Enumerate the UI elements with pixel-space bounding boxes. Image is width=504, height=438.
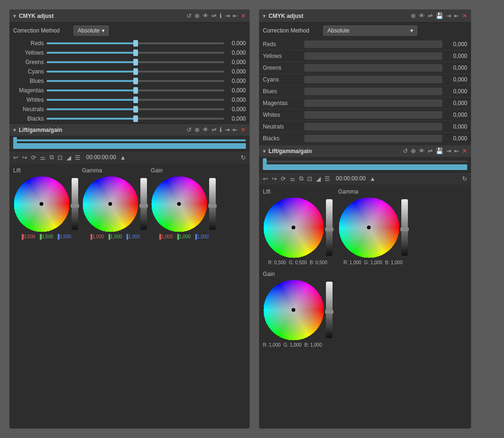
- slider-track-container[interactable]: [47, 107, 224, 111]
- lgg-info-icon[interactable]: ℹ: [219, 126, 222, 133]
- right-copy-icon[interactable]: ⧉: [299, 175, 303, 182]
- right-time-up-icon[interactable]: ▲: [369, 175, 375, 182]
- gain-vertical-slider[interactable]: [209, 178, 216, 230]
- collapse-right-icon[interactable]: ⇤: [233, 12, 238, 19]
- table-row-bar[interactable]: [304, 64, 442, 72]
- redo-icon[interactable]: ↪: [22, 154, 27, 161]
- right-lgg-collapse-icon[interactable]: ⇤: [454, 147, 459, 154]
- gain-color-wheel[interactable]: [151, 176, 207, 232]
- lift-gamma-title: Lift/gamma/gain: [19, 127, 184, 133]
- lgg-zoom-icon[interactable]: ⊕: [195, 126, 200, 133]
- slider-track-container[interactable]: [47, 117, 224, 121]
- right-eye-icon[interactable]: 👁: [419, 12, 425, 19]
- lgg-collapse-icon[interactable]: ⇤: [233, 126, 238, 133]
- table-row-bar[interactable]: [304, 111, 442, 119]
- lgg-reset-icon[interactable]: ↺: [187, 126, 192, 133]
- lgg-range-track[interactable]: [13, 139, 246, 141]
- lift-vertical-slider[interactable]: [72, 178, 78, 230]
- slider-track-container[interactable]: [47, 79, 224, 83]
- right-redo2-icon[interactable]: ↻: [462, 175, 467, 182]
- right-correction-method-select[interactable]: Absolute ▾: [323, 25, 417, 36]
- lgg-close-icon[interactable]: ✕: [241, 126, 246, 133]
- right-lgg-close-icon[interactable]: ✕: [462, 147, 467, 154]
- right-lgg-filter-icon[interactable]: ⇌: [428, 147, 433, 154]
- lgg-eye-icon[interactable]: 👁: [203, 126, 209, 133]
- right-gain-vertical-slider[interactable]: [326, 282, 333, 338]
- slider-thumb[interactable]: [133, 49, 138, 56]
- slider-track-container[interactable]: [47, 51, 224, 55]
- right-paste-icon[interactable]: ⊡: [307, 175, 312, 182]
- slider-track-container[interactable]: [47, 89, 224, 92]
- time-up-icon[interactable]: ▲: [120, 154, 126, 161]
- table-row-bar[interactable]: [304, 52, 442, 60]
- right-filter-icon[interactable]: ⇌: [428, 12, 433, 19]
- right-lift-vertical-slider[interactable]: [326, 199, 333, 256]
- slider-track-container[interactable]: [47, 60, 224, 64]
- slider-thumb[interactable]: [133, 40, 138, 47]
- triangle-icon[interactable]: ◢: [66, 154, 71, 161]
- slider-thumb[interactable]: [133, 97, 138, 103]
- right-lgg-eye-icon[interactable]: 👁: [419, 147, 425, 154]
- right-collapse-right-icon[interactable]: ⇤: [454, 12, 459, 19]
- right-lgg-range-track[interactable]: [263, 161, 467, 162]
- eye-icon[interactable]: 👁: [203, 12, 209, 19]
- slider-track-container[interactable]: [47, 98, 224, 102]
- table-row-bar[interactable]: [304, 76, 442, 83]
- right-close-icon[interactable]: ✕: [462, 12, 467, 19]
- table-row-bar[interactable]: [304, 135, 442, 142]
- right-collapse-lgg-icon[interactable]: ▾: [263, 148, 266, 154]
- right-lgg-reset-icon[interactable]: ↺: [403, 147, 408, 154]
- right-lgg-zoom-icon[interactable]: ⊕: [411, 147, 416, 154]
- redo2-icon[interactable]: ↻: [241, 154, 246, 161]
- right-menu-icon[interactable]: ☰: [325, 175, 330, 182]
- slider-track-container[interactable]: [47, 41, 224, 45]
- slider-thumb[interactable]: [133, 106, 138, 113]
- table-row-bar[interactable]: [304, 99, 442, 107]
- collapse-icon[interactable]: ▾: [13, 13, 16, 19]
- right-triangle-icon[interactable]: ◢: [316, 175, 321, 182]
- gamma-color-wheel[interactable]: [82, 176, 138, 232]
- slider-thumb[interactable]: [133, 68, 138, 75]
- reset-icon[interactable]: ↺: [187, 12, 192, 19]
- slider-thumb[interactable]: [133, 78, 138, 84]
- right-redo-icon[interactable]: ↪: [272, 175, 277, 182]
- right-collapse-icon[interactable]: ▾: [263, 13, 266, 19]
- slider-track-container[interactable]: [47, 70, 224, 73]
- menu-icon[interactable]: ☰: [75, 154, 81, 161]
- gamma-vertical-slider[interactable]: [140, 178, 147, 230]
- table-row-bar[interactable]: [304, 88, 442, 95]
- slider-thumb[interactable]: [133, 59, 138, 65]
- right-lgg-expand-icon[interactable]: ⇥: [446, 147, 451, 154]
- paste-icon[interactable]: ⊡: [57, 154, 63, 161]
- close-icon[interactable]: ✕: [241, 12, 246, 19]
- right-gamma-vertical-slider[interactable]: [401, 199, 408, 256]
- right-expand-icon[interactable]: ⇥: [446, 12, 451, 19]
- copy-icon[interactable]: ⧉: [49, 154, 54, 161]
- stack-icon[interactable]: ⚌: [40, 154, 46, 161]
- expand-icon[interactable]: ⇥: [225, 12, 230, 19]
- slider-thumb[interactable]: [133, 87, 138, 94]
- filter-icon[interactable]: ⇌: [211, 12, 217, 19]
- right-panel-toolbar: ⊕ 👁 ⇌ 💾 ⇥ ⇤ ✕: [411, 12, 467, 19]
- lgg-filter-icon[interactable]: ⇌: [211, 126, 217, 133]
- step-icon[interactable]: ⟳: [31, 154, 36, 161]
- right-step-icon[interactable]: ⟳: [281, 175, 286, 182]
- undo-icon[interactable]: ↩: [13, 154, 18, 161]
- right-gamma-color-wheel[interactable]: [338, 197, 399, 258]
- lgg-expand-icon[interactable]: ⇥: [225, 126, 230, 133]
- right-lift-color-wheel[interactable]: [263, 197, 324, 258]
- info-icon[interactable]: ℹ: [219, 12, 222, 19]
- table-row-bar[interactable]: [304, 41, 442, 48]
- table-row-bar[interactable]: [304, 123, 442, 130]
- correction-method-select[interactable]: Absolute ▾: [73, 25, 109, 36]
- right-stack-icon[interactable]: ⚌: [290, 175, 295, 182]
- slider-thumb[interactable]: [133, 115, 138, 122]
- right-save-icon[interactable]: 💾: [436, 12, 443, 19]
- collapse-lgg-icon[interactable]: ▾: [13, 127, 16, 133]
- right-zoom-icon[interactable]: ⊕: [411, 12, 416, 19]
- right-undo-icon[interactable]: ↩: [263, 175, 268, 182]
- zoom-in-icon[interactable]: ⊕: [195, 12, 200, 19]
- right-gain-color-wheel[interactable]: [263, 279, 324, 341]
- right-lgg-save-icon[interactable]: 💾: [436, 147, 443, 154]
- lift-color-wheel[interactable]: [13, 176, 70, 232]
